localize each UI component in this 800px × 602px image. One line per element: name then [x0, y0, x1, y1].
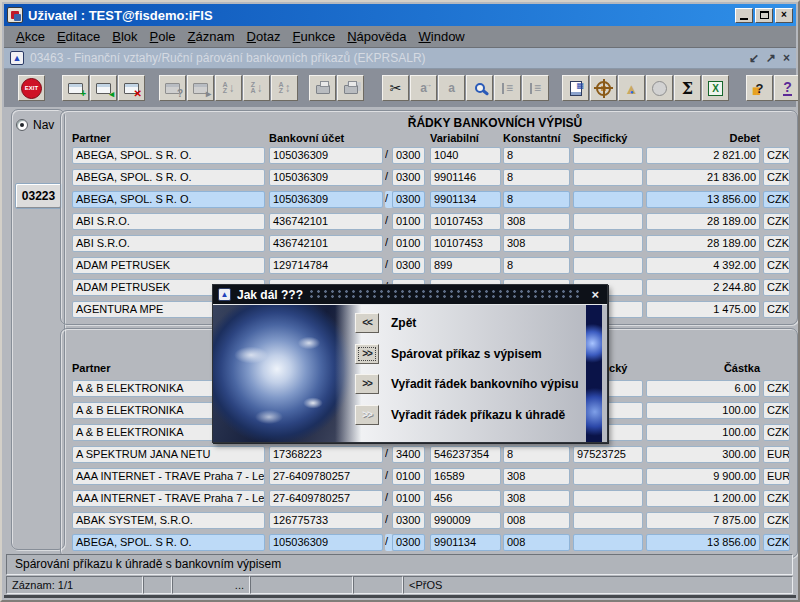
menu-item[interactable]: Blok	[106, 27, 143, 46]
amount-field[interactable]: 2 821.00	[646, 147, 760, 164]
toolbar-print-multiple[interactable]	[337, 75, 364, 101]
dialog-action-button[interactable]: >>	[355, 405, 379, 425]
bank-code-field[interactable]: 3400	[392, 446, 425, 463]
close-button[interactable]: ×	[775, 8, 793, 23]
bank-code-field[interactable]: 0100	[392, 468, 425, 485]
specific-symbol-field[interactable]	[573, 257, 643, 274]
dialog-action-button[interactable]: <<	[355, 313, 379, 333]
constant-symbol-field[interactable]: 8	[503, 169, 570, 186]
variable-symbol-field[interactable]: 10107453	[430, 235, 501, 252]
amount-field[interactable]: 4 392.00	[646, 257, 760, 274]
toolbar-tree-collapse[interactable]: ≡	[494, 75, 521, 101]
specific-symbol-field[interactable]	[573, 191, 643, 208]
currency-field[interactable]: CZK	[763, 191, 790, 208]
partner-field[interactable]: ABEGA, SPOL. S R. O.	[72, 147, 265, 164]
currency-field[interactable]: EUR	[763, 468, 790, 485]
amount-field[interactable]: 100.00	[646, 424, 760, 441]
constant-symbol-field[interactable]: 8	[503, 257, 570, 274]
currency-field[interactable]: EUR	[763, 446, 790, 463]
amount-field[interactable]: 300.00	[646, 446, 760, 463]
menu-item[interactable]: Akce	[10, 27, 51, 46]
toolbar-copy[interactable]: a →	[410, 75, 437, 101]
amount-field[interactable]: 7 875.00	[646, 512, 760, 529]
currency-field[interactable]: CZK	[763, 301, 790, 318]
bank-code-field[interactable]: 0100	[392, 213, 425, 230]
account-field[interactable]: 105036309	[269, 169, 383, 186]
bank-code-field[interactable]: 0100	[392, 235, 425, 252]
currency-field[interactable]: CZK	[763, 424, 790, 441]
partner-field[interactable]: AAA INTERNET - TRAVE Praha 7 - Letná	[72, 490, 265, 507]
specific-symbol-field[interactable]	[573, 512, 643, 529]
partner-field[interactable]: ADAM PETRUSEK	[72, 257, 265, 274]
currency-field[interactable]: CZK	[763, 279, 790, 296]
toolbar-exit-button[interactable]: EXIT	[18, 75, 45, 101]
minimize-button[interactable]	[735, 8, 753, 23]
menu-item[interactable]: Záznam	[182, 27, 241, 46]
toolbar-duplicate-record[interactable]: ◂	[90, 75, 117, 101]
partner-field[interactable]: ABAK SYSTEM, S.R.O.	[72, 512, 265, 529]
specific-symbol-field[interactable]	[573, 169, 643, 186]
maximize-button[interactable]	[755, 8, 773, 23]
partner-field[interactable]: ABEGA, SPOL. S R. O.	[72, 191, 265, 208]
currency-field[interactable]: CZK	[763, 534, 790, 551]
account-field[interactable]: 27-6409780257	[269, 490, 383, 507]
specific-symbol-field[interactable]	[573, 235, 643, 252]
variable-symbol-field[interactable]: 16589	[430, 468, 501, 485]
bank-code-field[interactable]: 0300	[392, 191, 425, 208]
account-field[interactable]: 105036309	[269, 191, 383, 208]
toolbar-enter-query[interactable]: ?	[159, 75, 186, 101]
constant-symbol-field[interactable]: 308	[503, 468, 570, 485]
currency-field[interactable]: CZK	[763, 147, 790, 164]
bank-code-field[interactable]: 0300	[392, 512, 425, 529]
toolbar-sort-descending[interactable]: Z A ↓	[243, 75, 270, 101]
variable-symbol-field[interactable]: 546237354	[430, 446, 501, 463]
variable-symbol-field[interactable]: 1040	[430, 147, 501, 164]
toolbar-export-excel[interactable]: X	[702, 75, 729, 101]
block-number-button[interactable]: 03223	[15, 183, 62, 209]
toolbar-sum-sigma[interactable]: Σ	[674, 75, 701, 101]
currency-field[interactable]: CZK	[763, 402, 790, 419]
bank-code-field[interactable]: 0300	[392, 257, 425, 274]
toolbar-cut[interactable]: ✂	[382, 75, 409, 101]
toolbar-insert-record[interactable]: +	[62, 75, 89, 101]
account-field[interactable]: 436742101	[269, 213, 383, 230]
partner-field[interactable]: ABEGA, SPOL. S R. O.	[72, 534, 265, 551]
variable-symbol-field[interactable]: 9901134	[430, 534, 501, 551]
bank-code-field[interactable]: 0300	[392, 534, 425, 551]
toolbar-tree-expand[interactable]: ≡	[522, 75, 549, 101]
account-field[interactable]: 126775733	[269, 512, 383, 529]
toolbar-help-columns[interactable]: ? ▮▮	[746, 75, 773, 101]
menu-item[interactable]: Nápověda	[341, 27, 412, 46]
toolbar-sort-natural[interactable]: A Z ↕	[271, 75, 298, 101]
toolbar-execute-query[interactable]: ▸	[187, 75, 214, 101]
dialog-action-button[interactable]: >>	[355, 374, 379, 394]
specific-symbol-field[interactable]	[573, 147, 643, 164]
toolbar-find[interactable]	[466, 75, 493, 101]
bank-code-field[interactable]: 0100	[392, 490, 425, 507]
currency-field[interactable]: CZK	[763, 213, 790, 230]
specific-symbol-field[interactable]	[573, 468, 643, 485]
currency-field[interactable]: CZK	[763, 512, 790, 529]
partner-field[interactable]: ABEGA, SPOL. S R. O.	[72, 169, 265, 186]
currency-field[interactable]: CZK	[763, 490, 790, 507]
menu-item[interactable]: Pole	[144, 27, 182, 46]
specific-symbol-field[interactable]	[573, 534, 643, 551]
amount-field[interactable]: 1 475.00	[646, 301, 760, 318]
menu-item[interactable]: Window	[413, 27, 471, 46]
amount-field[interactable]: 28 189.00	[646, 213, 760, 230]
account-field[interactable]: 105036309	[269, 147, 383, 164]
toolbar-calculator-clock[interactable]	[646, 75, 673, 101]
toolbar-form-detail[interactable]: ▦	[562, 75, 589, 101]
currency-field[interactable]: CZK	[763, 169, 790, 186]
variable-symbol-field[interactable]: 990009	[430, 512, 501, 529]
account-field[interactable]: 17368223	[269, 446, 383, 463]
amount-field[interactable]: 6.00	[646, 380, 760, 397]
mdi-close-icon[interactable]: ×	[783, 51, 790, 65]
amount-field[interactable]: 1 200.00	[646, 490, 760, 507]
constant-symbol-field[interactable]: 008	[503, 512, 570, 529]
specific-symbol-field[interactable]: 97523725	[573, 446, 643, 463]
amount-field[interactable]: 13 856.00	[646, 191, 760, 208]
variable-symbol-field[interactable]: 9901146	[430, 169, 501, 186]
specific-symbol-field[interactable]	[573, 490, 643, 507]
partner-field[interactable]: ABI S.R.O.	[72, 213, 265, 230]
